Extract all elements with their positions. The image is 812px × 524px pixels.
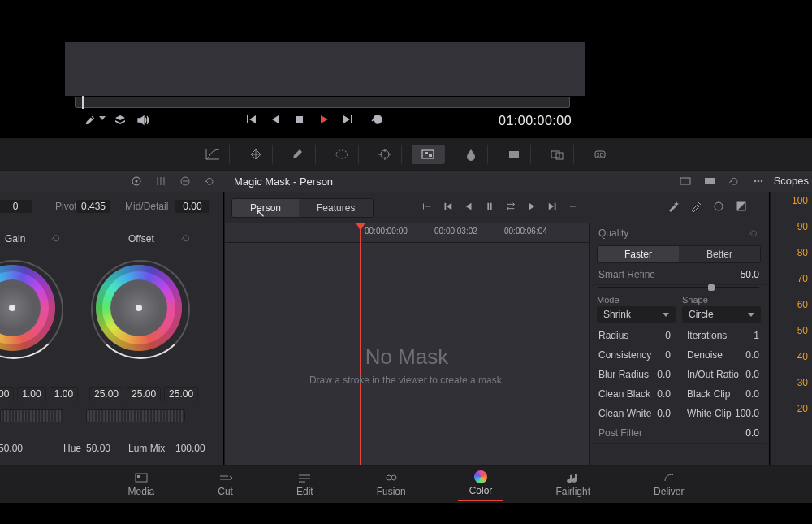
palette-toolbar: 3D — [0, 138, 812, 171]
offset-jog[interactable] — [86, 409, 185, 422]
stop-button[interactable] — [292, 112, 307, 127]
tracker-tool-icon[interactable] — [369, 145, 402, 164]
pivot-value[interactable]: 0.435 — [76, 200, 110, 213]
blur-label: Blur Radius — [598, 369, 649, 380]
page-media[interactable]: Media — [117, 468, 166, 500]
quality-faster-button[interactable]: Faster — [598, 246, 679, 262]
iterations-value[interactable]: 1 — [754, 330, 759, 341]
mm-time-0: 00:00:00:00 — [365, 227, 408, 236]
mm-track-both-icon[interactable] — [504, 200, 517, 213]
whiteclip-value[interactable]: 100.0 — [735, 408, 759, 419]
consistency-value[interactable]: 0 — [665, 349, 671, 361]
mm-timeline[interactable]: 00:00:00:00 00:00:03:02 00:00:06:04 No M… — [225, 223, 590, 465]
wheels-mode-icon[interactable] — [130, 175, 143, 188]
mm-track-one-fwd-icon[interactable] — [568, 200, 581, 213]
mask-toggle-icon[interactable] — [703, 175, 716, 188]
tab-features[interactable]: Features — [299, 199, 373, 217]
blackclip-value[interactable]: 0.0 — [745, 388, 759, 400]
bypass-icon[interactable] — [114, 114, 127, 127]
mm-go-start-icon[interactable] — [441, 200, 454, 213]
page-edit[interactable]: Edit — [285, 468, 325, 500]
mode-dropdown[interactable]: Shrink — [597, 306, 676, 323]
tab-person[interactable]: Person — [232, 199, 299, 217]
key-tool-icon[interactable] — [498, 145, 531, 164]
smart-refine-slider[interactable] — [598, 287, 759, 288]
svg-rect-15 — [705, 178, 715, 184]
window-tool-icon[interactable] — [326, 145, 359, 164]
warper-tool-icon[interactable] — [240, 145, 273, 164]
sat-value[interactable]: 50.00 — [0, 443, 23, 454]
smart-refine-value[interactable]: 50.0 — [741, 269, 759, 280]
viewer-scrubber[interactable] — [75, 97, 570, 108]
overlay-toggle-icon[interactable] — [679, 175, 692, 188]
viewer-timecode[interactable]: 01:00:00:00 — [499, 114, 572, 128]
panel-reset-icon[interactable] — [728, 175, 741, 188]
page-fairlight[interactable]: Fairlight — [544, 468, 602, 500]
mm-step-fwd-icon[interactable] — [525, 200, 538, 213]
blur-value[interactable]: 0.0 — [657, 369, 671, 380]
middetail-value[interactable]: 0.00 — [175, 200, 209, 213]
svg-rect-7 — [551, 151, 559, 158]
quality-reset-icon[interactable] — [748, 227, 759, 239]
denoise-value[interactable]: 0.0 — [745, 349, 759, 361]
mm-time-ruler[interactable]: 00:00:00:00 00:00:03:02 00:00:06:04 — [225, 223, 589, 243]
mm-pause-icon[interactable] — [483, 200, 496, 213]
mm-step-back-icon[interactable] — [462, 200, 475, 213]
page-deliver[interactable]: Deliver — [642, 468, 695, 500]
postfilter-value[interactable]: 0.0 — [745, 427, 759, 439]
loop-button[interactable] — [370, 112, 385, 127]
blur-tool-icon[interactable] — [455, 145, 488, 164]
lummix-value[interactable]: 100.00 — [175, 443, 205, 454]
svg-rect-5 — [429, 154, 432, 157]
3d-tool-icon[interactable]: 3D — [584, 145, 616, 164]
page-color[interactable]: Color — [458, 467, 504, 501]
scope-tick: 80 — [797, 247, 808, 258]
scrub-playhead[interactable] — [82, 96, 84, 109]
play-button[interactable] — [317, 112, 331, 127]
inout-value[interactable]: 0.0 — [745, 369, 759, 380]
scopes-label[interactable]: Scopes — [774, 175, 809, 187]
mm-invert-icon[interactable] — [735, 200, 748, 213]
log-mode-icon[interactable] — [179, 175, 192, 188]
bars-mode-icon[interactable] — [154, 175, 167, 188]
pv-value[interactable]: 0 — [0, 200, 32, 213]
scope-tick: 70 — [797, 273, 808, 284]
go-end-button[interactable] — [341, 112, 356, 127]
gain-jog[interactable] — [0, 409, 63, 422]
hue-value[interactable]: 50.00 — [86, 443, 110, 454]
mode-label: Mode — [597, 295, 676, 305]
reset-palette-icon[interactable] — [203, 175, 216, 188]
mm-wand-add-icon[interactable] — [667, 200, 680, 213]
svg-point-23 — [387, 475, 391, 480]
qualifier-tool-icon[interactable] — [283, 145, 316, 164]
page-cut[interactable]: Cut — [206, 468, 244, 500]
radius-value[interactable]: 0 — [665, 330, 671, 341]
volume-icon[interactable] — [136, 114, 149, 127]
eyedropper-menu-caret[interactable] — [99, 116, 106, 120]
gain-values[interactable]: 1.001.001.00 — [0, 387, 78, 401]
mm-track-one-back-icon[interactable] — [420, 200, 433, 213]
go-start-button[interactable] — [244, 112, 258, 127]
mm-go-end-icon[interactable] — [546, 200, 559, 213]
step-back-button[interactable] — [268, 112, 283, 127]
cleanblack-value[interactable]: 0.0 — [657, 388, 671, 400]
cleanwhite-value[interactable]: 0.0 — [657, 408, 671, 419]
panel-menu-icon[interactable] — [752, 175, 765, 188]
offset-values[interactable]: 25.0025.0025.00 — [89, 387, 198, 401]
mm-overlay-icon[interactable] — [712, 200, 725, 213]
mm-wand-sub-icon[interactable] — [689, 200, 702, 213]
gain-color-wheel[interactable] — [0, 265, 55, 351]
gain-reset-icon[interactable] — [50, 232, 62, 244]
eyedropper-icon[interactable] — [84, 115, 96, 126]
page-fusion[interactable]: Fusion — [365, 468, 417, 500]
color-wheels-palette: 0 Pivot 0.435 Mid/Detail 0.00 Gain Offse… — [0, 192, 223, 465]
sizing-tool-icon[interactable] — [541, 145, 574, 164]
offset-color-wheel[interactable] — [96, 265, 182, 351]
magic-mask-tool-icon[interactable] — [412, 145, 445, 164]
shape-dropdown[interactable]: Circle — [682, 306, 761, 323]
postfilter-label: Post Filter — [598, 427, 642, 439]
mm-empty-title: No Mask — [225, 344, 589, 370]
curves-tool-icon[interactable] — [197, 145, 230, 164]
quality-better-button[interactable]: Better — [679, 246, 760, 262]
offset-reset-icon[interactable] — [180, 232, 192, 244]
